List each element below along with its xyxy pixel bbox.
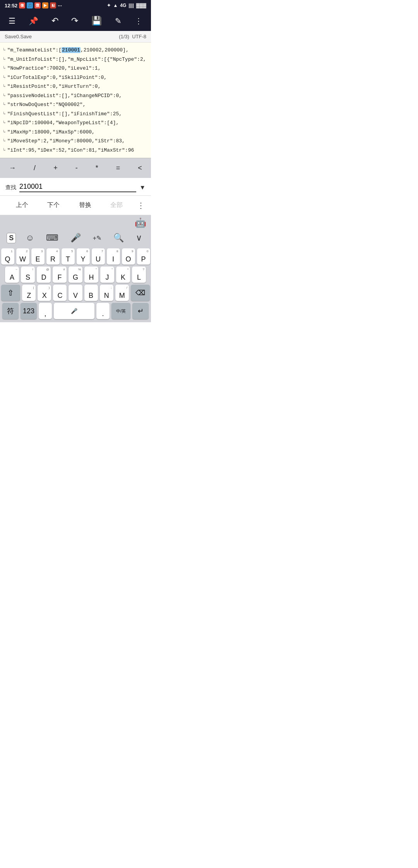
key-o[interactable]: 9O (122, 248, 135, 265)
search-replace-all-button[interactable]: 全部 (101, 200, 133, 211)
redo-button[interactable]: ↷ (69, 14, 81, 27)
key-u[interactable]: 7U (92, 248, 105, 265)
filename: Save0.Save (5, 34, 32, 39)
search-prev-button[interactable]: 上个 (6, 200, 38, 211)
key-i[interactable]: 8I (107, 248, 120, 265)
search-bar: 查找 210001 ▼ (0, 178, 151, 196)
space-mic-icon: 🎤 (71, 308, 77, 314)
key-y[interactable]: 6Y (77, 248, 90, 265)
sogou-icon[interactable]: S (7, 233, 16, 243)
search-icon[interactable]: 🔍 (111, 231, 126, 244)
wifi-icon: ▲ (113, 3, 118, 8)
file-info-bar: Save0.Save (1/3) UTF-8 (0, 31, 151, 43)
emoji-icon[interactable]: ☺ (23, 231, 36, 244)
key-d[interactable]: @D (37, 267, 51, 283)
symbol-slash[interactable]: / (31, 162, 39, 174)
numbers-key[interactable]: 123 (21, 303, 37, 319)
app-icon-weibo: 微 (19, 2, 25, 9)
line-content-5: "iResistPoint":0,"iHurtTurn":0, (7, 83, 148, 91)
menu-button[interactable]: ☰ (6, 15, 18, 27)
symbol-minus[interactable]: - (72, 162, 81, 174)
search-controls: 上个 下个 替换 全部 ⋮ (0, 196, 151, 215)
line-arrow-3: ↳ (3, 65, 6, 71)
line-arrow-4: ↳ (3, 74, 6, 80)
symbol-arrow[interactable]: → (6, 162, 19, 174)
line-arrow-8: ↳ (3, 110, 6, 117)
search-input-wrap[interactable]: 210001 (19, 183, 136, 192)
backspace-key[interactable]: ⌫ (131, 285, 150, 301)
keyboard-hide-icon[interactable]: ∨ (134, 231, 144, 244)
key-c[interactable]: C (53, 285, 67, 301)
microphone-icon[interactable]: 🎤 (68, 231, 83, 244)
symbol-equals[interactable]: = (113, 162, 123, 174)
keyboard-tool-row: S ☺ ⌨ 🎤 +✎ 🔍 ∨ (0, 229, 151, 247)
key-v[interactable]: V (69, 285, 82, 301)
shift-icon: ⇧ (7, 288, 14, 297)
enter-icon: ↵ (138, 308, 144, 314)
line-arrow-1: ↳ (3, 46, 6, 53)
edit-button[interactable]: ✎ (113, 15, 124, 27)
more-button[interactable]: ⋮ (132, 15, 145, 27)
line-content-6: "passiveNodeList":[],"iChangeNPCID":0, (7, 92, 148, 100)
line-content-4: "iCurTotalExp":0,"iSkillPoint":0, (7, 74, 148, 82)
symbol-plus[interactable]: + (50, 162, 61, 174)
code-line-8: ↳ "FinishQuestList":[],"iFinishTime":25, (0, 109, 151, 119)
key-a[interactable]: ~A (5, 267, 19, 283)
search-dropdown-button[interactable]: ▼ (139, 184, 146, 191)
lang-key[interactable]: 中/英 (111, 303, 130, 319)
key-l[interactable]: ?L (132, 267, 146, 283)
keyboard: 1Q 2W 3E 4R 5T 6Y 7U 8I 9O 0P ~A !S @D #… (0, 247, 151, 322)
comma-label: , (44, 310, 46, 317)
space-key[interactable]: 🎤 (54, 303, 94, 319)
key-r[interactable]: 4R (46, 248, 60, 265)
key-k[interactable]: *K (116, 267, 130, 283)
key-row-2: ~A !S @D #F %G "H "J *K ?L (1, 267, 150, 283)
toolbar: ☰ 📌 ↶ ↷ 💾 ✎ ⋮ (0, 11, 151, 31)
line-arrow-12: ↳ (3, 147, 6, 153)
key-e[interactable]: 3E (31, 248, 45, 265)
search-more-button[interactable]: ⋮ (132, 201, 145, 210)
key-h[interactable]: "H (84, 267, 98, 283)
keyboard-area: 🤖 S ☺ ⌨ 🎤 +✎ 🔍 ∨ 1Q 2W 3E 4R 5T 6Y 7U 8I… (0, 215, 151, 322)
search-input-value[interactable]: 210001 (19, 183, 43, 190)
undo-button[interactable]: ↶ (49, 14, 61, 27)
signal-bars: |||| (128, 3, 134, 8)
key-q[interactable]: 1Q (1, 248, 14, 265)
code-line-12: ↳ "iInt":95,"iDex":52,"iCon":81,"iMaxStr… (0, 146, 151, 155)
pin-button[interactable]: 📌 (26, 15, 41, 27)
editor-area[interactable]: ↳ "m_TeammateList":[210001,210002,200000… (0, 43, 151, 158)
key-f[interactable]: #F (53, 267, 67, 283)
keyboard-switch-icon[interactable]: ⌨ (44, 231, 61, 244)
emoji-sticker-button[interactable]: 🤖 (135, 217, 146, 228)
period-key[interactable]: . (96, 303, 110, 319)
line-content-12: "iInt":95,"iDex":52,"iCon":81,"iMaxStr":… (7, 147, 148, 154)
symbols-key[interactable]: 符 (2, 303, 19, 319)
search-next-button[interactable]: 下个 (38, 200, 70, 211)
handwriting-icon[interactable]: +✎ (91, 233, 104, 243)
enter-key[interactable]: ↵ (132, 303, 149, 319)
line-content-10: "iMaxHp":18000,"iMaxSp":6000, (7, 128, 148, 136)
symbol-star[interactable]: * (93, 162, 101, 174)
app-icon-video: ▶ (42, 2, 48, 9)
save-button[interactable]: 💾 (89, 14, 104, 27)
key-x[interactable]: )X (38, 285, 51, 301)
search-label: 查找 (5, 184, 16, 191)
key-w[interactable]: 2W (16, 248, 29, 265)
key-p[interactable]: 0P (137, 248, 150, 265)
key-m[interactable]: /M (115, 285, 129, 301)
key-n[interactable]: ;N (100, 285, 113, 301)
line-content-3: "NowPractice":70020,"iLevel":1, (7, 65, 148, 72)
shift-key[interactable]: ⇧ (1, 285, 20, 301)
comma-key[interactable]: , (39, 303, 52, 319)
line-content-11: "iMoveStep":2,"iMoney":80000,"iStr":83, (7, 137, 148, 145)
key-z[interactable]: (Z (22, 285, 36, 301)
key-g[interactable]: %G (69, 267, 82, 283)
key-j[interactable]: "J (100, 267, 114, 283)
key-t[interactable]: 5T (62, 248, 75, 265)
search-replace-button[interactable]: 替换 (69, 200, 101, 211)
line-arrow-7: ↳ (3, 101, 6, 108)
key-s[interactable]: !S (21, 267, 35, 283)
status-right-icons: ✦ ▲ 4G |||| ▓▓▓ (107, 3, 146, 8)
symbol-less[interactable]: < (135, 162, 145, 174)
key-b[interactable]: B (84, 285, 98, 301)
